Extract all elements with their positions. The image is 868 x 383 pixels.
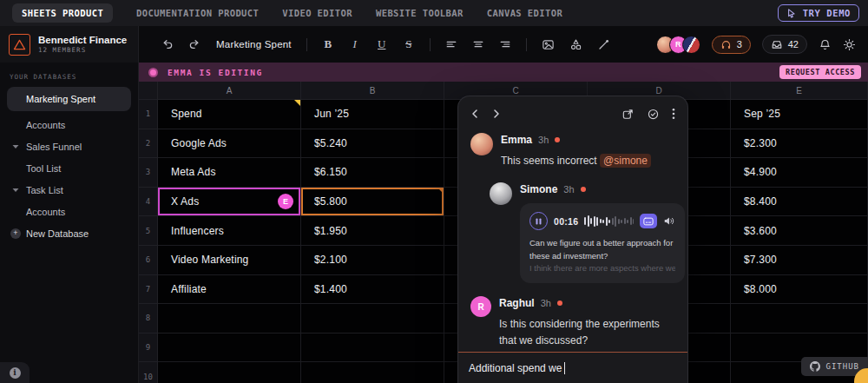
cell-b10[interactable]	[301, 362, 444, 383]
cell-a4-selected[interactable]: X Ads E	[158, 188, 301, 217]
voice-transcript-faded: I think there are more aspects where we	[529, 263, 675, 273]
avatar-third[interactable]	[682, 36, 700, 54]
row-header[interactable]: 4	[139, 188, 158, 217]
workspace-card[interactable]: Bennedict Finance 12 MEMBERS	[0, 26, 139, 63]
editor-presence-badge: E	[278, 194, 293, 209]
cell-text: Jun ’25	[314, 108, 349, 120]
app-window: SHEETS PRODUCT DOCUMENTATION PRODUCT VID…	[0, 0, 868, 383]
collaborator-avatars[interactable]: R	[656, 36, 700, 54]
cell-e8[interactable]	[731, 304, 868, 333]
mention-chip[interactable]: @simone	[600, 154, 651, 168]
column-header-e[interactable]: E	[731, 82, 868, 100]
cell-b4-selected[interactable]: $5.800	[301, 188, 444, 217]
italic-button[interactable]: I	[349, 36, 361, 53]
column-header-b[interactable]: B	[301, 82, 444, 100]
cell-text: Spend	[171, 108, 202, 120]
align-center-button[interactable]	[472, 36, 484, 53]
undo-button[interactable]	[161, 36, 174, 53]
cell-text: Video Marketing	[171, 254, 249, 266]
column-header-a[interactable]: A	[158, 82, 301, 100]
sidebar-item-sales-funnel[interactable]: Sales Funnel	[0, 135, 138, 157]
pause-button[interactable]	[529, 212, 548, 230]
speaker-icon[interactable]	[663, 215, 675, 227]
strikethrough-button[interactable]: S	[403, 36, 415, 53]
resolve-check-icon[interactable]	[647, 108, 660, 121]
comment-input[interactable]: Additional spend we	[458, 352, 687, 383]
cell-a5[interactable]: Influencers	[158, 216, 301, 246]
audio-waveform[interactable]	[584, 215, 634, 228]
transcript-toggle-button[interactable]	[640, 214, 657, 228]
active-sheet-name[interactable]: Marketing Spent	[216, 39, 292, 50]
row-header[interactable]: 10	[139, 362, 158, 383]
cell-text: $2.300	[744, 137, 777, 149]
cell-e6[interactable]: $7.300	[731, 246, 868, 275]
tab-website-toolbar[interactable]: WEBSITE TOOLBAR	[376, 8, 464, 18]
align-left-button[interactable]	[445, 36, 457, 53]
new-database-label: New Database	[26, 228, 89, 239]
cell-e3[interactable]: $4.900	[731, 158, 868, 188]
tab-video-editor[interactable]: VIDEO EDITOR	[282, 8, 352, 18]
info-button[interactable]: i	[0, 362, 30, 383]
cell-text: $2.100	[314, 254, 347, 266]
sidebar-item-marketing-spent[interactable]: Marketing Spent	[7, 87, 131, 111]
theme-brightness-button[interactable]	[843, 36, 856, 53]
cell-a9[interactable]	[158, 333, 301, 363]
cell-e4[interactable]: $8.400	[731, 188, 868, 217]
cell-a8[interactable]	[158, 304, 301, 333]
inbox-pill[interactable]: 42	[762, 35, 807, 54]
sidebar-item-tool-list[interactable]: Tool List	[0, 157, 138, 179]
row-header[interactable]: 6	[139, 246, 158, 275]
prev-comment-button[interactable]	[470, 109, 479, 119]
cell-b8[interactable]	[301, 304, 444, 333]
row-header[interactable]: 1	[139, 100, 158, 129]
bold-button[interactable]: B	[322, 36, 334, 53]
new-database-button[interactable]: + New Database	[0, 222, 138, 244]
try-demo-button[interactable]: TRY DEMO	[778, 4, 859, 22]
cell-text: $7.300	[744, 254, 777, 266]
row-header[interactable]: 2	[139, 129, 158, 159]
cell-a10[interactable]	[158, 362, 301, 383]
row-header[interactable]: 3	[139, 158, 158, 188]
cell-a1[interactable]: Spend	[158, 100, 301, 129]
next-comment-button[interactable]	[492, 109, 501, 119]
row-header[interactable]: 9	[139, 333, 158, 363]
cell-a7[interactable]: Affiliate	[158, 275, 301, 305]
tab-canvas-editor[interactable]: CANVAS EDITOR	[487, 8, 562, 18]
cell-b7[interactable]: $1.400	[301, 275, 444, 305]
cell-e5[interactable]: $3.600	[731, 216, 868, 246]
open-in-view-icon[interactable]	[621, 108, 635, 121]
draw-line-button[interactable]	[597, 36, 610, 53]
cell-b3[interactable]: $6.150	[301, 158, 444, 188]
redo-button[interactable]	[188, 36, 201, 53]
cell-a2[interactable]: Google Ads	[158, 129, 301, 159]
align-right-button[interactable]	[499, 36, 511, 53]
request-access-button[interactable]: REQUEST ACCESS	[779, 65, 861, 79]
cell-b5[interactable]: $1.950	[301, 216, 444, 246]
cell-b6[interactable]: $2.100	[301, 246, 444, 275]
tab-sheets-product[interactable]: SHEETS PRODUCT	[12, 3, 113, 23]
cell-e2[interactable]: $2.300	[731, 129, 868, 159]
grid-corner-cell[interactable]	[139, 82, 158, 100]
row-header[interactable]: 5	[139, 216, 158, 246]
row-header[interactable]: 8	[139, 304, 158, 333]
voice-presence-pill[interactable]: 3	[712, 36, 751, 54]
underline-button[interactable]: U	[376, 36, 388, 53]
insert-image-button[interactable]	[542, 36, 555, 53]
cell-a6[interactable]: Video Marketing	[158, 246, 301, 275]
sidebar-item-task-list[interactable]: Task List	[0, 179, 138, 201]
unread-dot	[581, 187, 586, 192]
row-header[interactable]: 7	[139, 275, 158, 305]
sidebar-item-accounts[interactable]: Accounts	[0, 114, 138, 135]
sidebar-item-accounts-2[interactable]: Accounts	[0, 201, 138, 222]
cell-b9[interactable]	[301, 333, 444, 363]
plus-circle-icon: +	[10, 228, 21, 239]
cell-a3[interactable]: Meta Ads	[158, 158, 301, 188]
cell-b2[interactable]: $5.240	[301, 129, 444, 159]
insert-shape-button[interactable]	[569, 36, 582, 53]
cell-e7[interactable]: $8.000	[731, 275, 868, 305]
notifications-bell-button[interactable]	[819, 36, 832, 53]
cell-e1[interactable]: Sep ’25	[731, 100, 868, 129]
cell-b1[interactable]: Jun ’25	[301, 100, 444, 129]
tab-documentation-product[interactable]: DOCUMENTATION PRODUCT	[136, 8, 259, 18]
more-options-kebab-icon[interactable]	[672, 108, 675, 120]
